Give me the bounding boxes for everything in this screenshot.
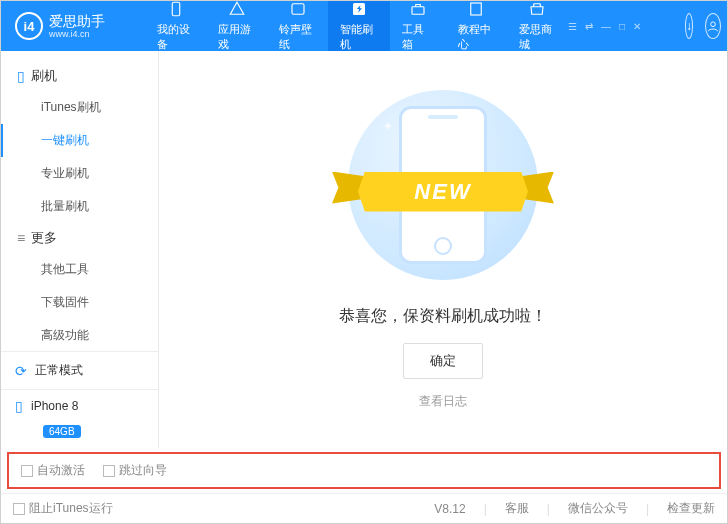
sidebar: ▯ 刷机 iTunes刷机 一键刷机 专业刷机 批量刷机 ≡ 更多 其他工具 下… <box>1 51 159 448</box>
nav-label: 工具箱 <box>402 22 434 52</box>
sidebar-item-download-firmware[interactable]: 下载固件 <box>1 286 158 319</box>
new-ribbon: NEW <box>358 172 528 212</box>
auto-activate-checkbox[interactable]: 自动激活 <box>21 462 85 479</box>
checkbox-label: 自动激活 <box>37 462 85 479</box>
maximize-icon[interactable]: □ <box>619 21 625 32</box>
flash-icon <box>350 0 368 18</box>
nav-label: 爱思商城 <box>519 22 556 52</box>
block-itunes-checkbox[interactable]: 阻止iTunes运行 <box>13 500 113 517</box>
checkbox-label: 跳过向导 <box>119 462 167 479</box>
svg-rect-3 <box>412 7 424 15</box>
footer-options-highlight: 自动激活 跳过向导 <box>7 452 721 489</box>
mode-label: 正常模式 <box>35 362 83 379</box>
nav-label: 应用游戏 <box>218 22 255 52</box>
sidebar-item-advanced[interactable]: 高级功能 <box>1 319 158 351</box>
brand-site: www.i4.cn <box>49 30 105 39</box>
svg-rect-4 <box>471 3 482 15</box>
nav-label: 教程中心 <box>458 22 495 52</box>
ok-button[interactable]: 确定 <box>403 343 483 379</box>
device-name: iPhone 8 <box>31 399 78 413</box>
navbar: 我的设备 应用游戏 铃声壁纸 智能刷机 工具箱 教程中心 <box>145 1 568 51</box>
status-bar: 阻止iTunes运行 V8.12 | 客服 | 微信公众号 | 检查更新 <box>1 493 727 523</box>
nav-flash[interactable]: 智能刷机 <box>328 1 389 51</box>
success-message: 恭喜您，保资料刷机成功啦！ <box>339 306 547 327</box>
header: i4 爱思助手 www.i4.cn 我的设备 应用游戏 铃声壁纸 智能刷机 <box>1 1 727 51</box>
svg-rect-1 <box>292 4 304 15</box>
phone-icon <box>167 0 185 18</box>
refresh-icon: ⟳ <box>15 363 27 379</box>
nav-label: 铃声壁纸 <box>279 22 316 52</box>
sidebar-tree: ▯ 刷机 iTunes刷机 一键刷机 专业刷机 批量刷机 ≡ 更多 其他工具 下… <box>1 51 158 351</box>
window-controls: ☰ ⇄ — □ ✕ <box>568 21 641 32</box>
logo-icon: i4 <box>15 12 43 40</box>
account-button[interactable] <box>705 13 721 39</box>
skip-guide-checkbox[interactable]: 跳过向导 <box>103 462 167 479</box>
sidebar-item-other-tools[interactable]: 其他工具 <box>1 253 158 286</box>
download-button[interactable]: ↓ <box>685 13 693 39</box>
section-label: 更多 <box>31 229 57 247</box>
svg-point-5 <box>711 22 716 27</box>
image-icon <box>289 0 307 18</box>
toolbox-icon <box>409 0 427 18</box>
checkbox-icon <box>103 465 115 477</box>
nav-label: 我的设备 <box>157 22 194 52</box>
sidebar-item-batch-flash[interactable]: 批量刷机 <box>1 190 158 223</box>
checkbox-label: 阻止iTunes运行 <box>29 500 113 517</box>
checkbox-icon <box>13 503 25 515</box>
menu-icon[interactable]: ☰ <box>568 21 577 32</box>
minimize-icon[interactable]: — <box>601 21 611 32</box>
storage-badge: 64GB <box>43 425 81 438</box>
sidebar-item-oneclick-flash[interactable]: 一键刷机 <box>1 124 158 157</box>
wechat-link[interactable]: 微信公众号 <box>568 500 628 517</box>
update-link[interactable]: 检查更新 <box>667 500 715 517</box>
phone-icon: ▯ <box>17 68 25 84</box>
success-illustration: ✦ ✦ ✦ NEW <box>348 90 538 280</box>
sidebar-item-itunes-flash[interactable]: iTunes刷机 <box>1 91 158 124</box>
support-link[interactable]: 客服 <box>505 500 529 517</box>
nav-apps[interactable]: 应用游戏 <box>206 1 267 51</box>
device-icon: ▯ <box>15 398 23 414</box>
sparkle-icon: ✦ <box>382 118 394 134</box>
svg-rect-0 <box>172 2 180 16</box>
sidebar-section-flash[interactable]: ▯ 刷机 <box>1 61 158 91</box>
apps-icon <box>228 0 246 18</box>
nav-my-devices[interactable]: 我的设备 <box>145 1 206 51</box>
store-icon <box>528 0 546 18</box>
device-mode[interactable]: ⟳ 正常模式 <box>1 352 158 390</box>
close-icon[interactable]: ✕ <box>633 21 641 32</box>
logo: i4 爱思助手 www.i4.cn <box>15 12 145 40</box>
sidebar-section-more[interactable]: ≡ 更多 <box>1 223 158 253</box>
book-icon <box>467 0 485 18</box>
version-label: V8.12 <box>434 502 465 516</box>
section-label: 刷机 <box>31 67 57 85</box>
header-right: ☰ ⇄ — □ ✕ ↓ <box>568 13 721 39</box>
nav-tutorials[interactable]: 教程中心 <box>446 1 507 51</box>
nav-store[interactable]: 爱思商城 <box>507 1 568 51</box>
hamburger-icon: ≡ <box>17 230 25 246</box>
device-info[interactable]: ▯ iPhone 8 <box>1 390 158 424</box>
nav-toolbox[interactable]: 工具箱 <box>390 1 446 51</box>
checkbox-icon <box>21 465 33 477</box>
view-log-link[interactable]: 查看日志 <box>419 393 467 410</box>
brand-name: 爱思助手 <box>49 14 105 28</box>
nav-label: 智能刷机 <box>340 22 377 52</box>
nav-ringtones[interactable]: 铃声壁纸 <box>267 1 328 51</box>
content-pane: ✦ ✦ ✦ NEW 恭喜您，保资料刷机成功啦！ 确定 查看日志 <box>159 51 727 448</box>
sidebar-item-pro-flash[interactable]: 专业刷机 <box>1 157 158 190</box>
swap-icon[interactable]: ⇄ <box>585 21 593 32</box>
